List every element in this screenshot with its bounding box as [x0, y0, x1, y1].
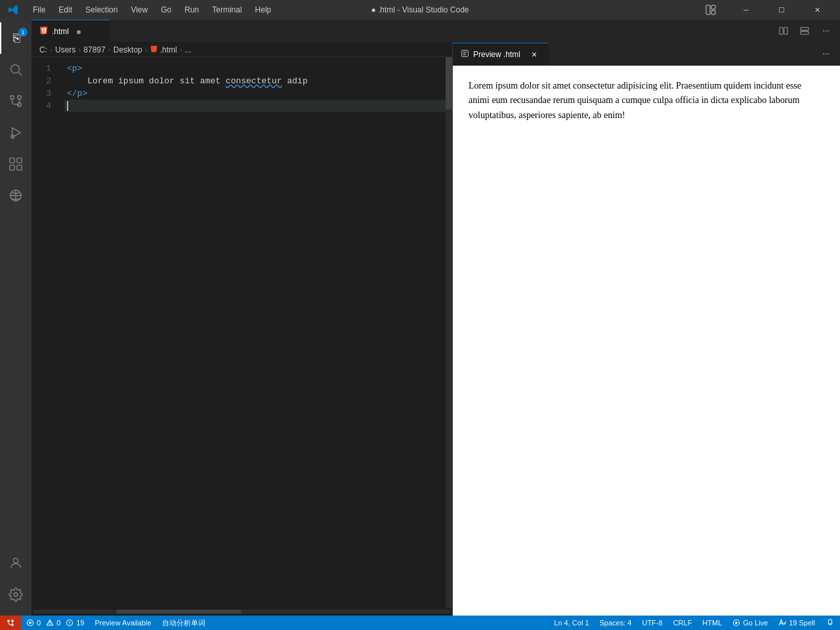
source-control-activity-icon[interactable] [0, 85, 32, 117]
errors-status[interactable]: 0 0 19 [21, 616, 90, 630]
breadcrumb-desktop[interactable]: Desktop [114, 45, 142, 54]
run-debug-activity-icon[interactable] [0, 117, 32, 148]
extensions-activity-icon[interactable] [0, 148, 32, 180]
cursor-position-status[interactable]: Ln 4, Col 1 [549, 616, 594, 630]
svg-rect-13 [10, 165, 14, 170]
breadcrumb-users[interactable]: Users [55, 45, 75, 54]
git-branch-status[interactable] [0, 616, 21, 630]
split-editor-area: C: › Users › 87897 › Desktop › .html › [32, 43, 840, 616]
preview-available-text: Preview Available [95, 619, 152, 627]
h-scrollbar-thumb[interactable] [116, 610, 242, 614]
code-line-4[interactable] [64, 100, 452, 112]
preview-text: Lorem ipsum dolor sit amet consectetur a… [469, 79, 824, 123]
window-controls: ─ ☐ ✕ [696, 0, 832, 20]
notifications-button[interactable] [820, 616, 840, 630]
breadcrumb-ellipsis[interactable]: ... [185, 45, 192, 54]
status-bar-right: Ln 4, Col 1 Spaces: 4 UTF-8 CRLF HTML Go… [549, 616, 840, 630]
preview-tab[interactable]: Preview .html × [453, 43, 549, 65]
preview-tab-actions: ··· [816, 43, 840, 65]
vertical-scrollbar[interactable] [446, 57, 452, 608]
preview-content: Lorem ipsum dolor sit amet consectetur a… [453, 66, 840, 616]
language-mode-status[interactable]: HTML [697, 616, 727, 630]
preview-pane: Preview .html × ··· Lorem ipsum dolor si… [453, 43, 840, 616]
line-ending-status[interactable]: CRLF [668, 616, 698, 630]
auto-analysis-text: 自动分析单词 [162, 618, 205, 628]
line-number-4: 4 [32, 100, 51, 112]
line-ending-text: CRLF [673, 619, 692, 627]
cursor-position-text: Ln 4, Col 1 [554, 619, 589, 627]
svg-point-36 [735, 621, 738, 624]
svg-marker-9 [12, 128, 21, 138]
line-number-2: 2 [32, 75, 51, 87]
svg-point-16 [14, 593, 18, 597]
explorer-activity-icon[interactable]: ⎘ 1 [0, 22, 32, 54]
preview-more-actions-button[interactable]: ··· [816, 45, 835, 63]
settings-activity-icon[interactable] [0, 579, 32, 610]
vertical-scrollbar-thumb[interactable] [446, 57, 452, 110]
status-bar-left: 0 0 19 Preview Available 自动分析单词 [0, 616, 211, 630]
editor-tab-bar: ​ .html ● [32, 20, 840, 43]
breadcrumb-html[interactable]: .html [150, 45, 177, 54]
search-activity-icon[interactable] [0, 54, 32, 85]
editor-area: ​ .html ● [32, 20, 840, 616]
h-scrollbar-track[interactable] [33, 610, 451, 614]
preview-tab-icon [461, 49, 469, 60]
svg-point-5 [10, 96, 14, 100]
code-lines[interactable]: <p> Lorem ipsum dolor sit amet consectet… [64, 57, 452, 608]
editor-layout-button[interactable] [795, 22, 814, 40]
go-live-text: Go Live [743, 619, 768, 627]
svg-point-15 [13, 558, 18, 563]
info-count: 19 [76, 619, 84, 627]
menu-go[interactable]: Go [156, 4, 177, 16]
go-live-status[interactable]: Go Live [727, 616, 773, 630]
code-content-area[interactable]: 1 2 3 4 <p> Lorem ipsum dolor sit amet c… [32, 57, 452, 608]
line-number-3: 3 [32, 87, 51, 100]
title-bar: File Edit Selection View Go Run Terminal… [0, 0, 840, 20]
accounts-activity-icon[interactable] [0, 547, 32, 579]
line-numbers: 1 2 3 4 [32, 57, 64, 608]
menu-bar: File Edit Selection View Go Run Terminal… [28, 4, 276, 16]
code-consectetur: consectetur [226, 76, 282, 86]
menu-run[interactable]: Run [179, 4, 204, 16]
html-editor-tab[interactable]: ​ .html ● [32, 20, 110, 42]
activity-bar-bottom [0, 547, 32, 616]
menu-terminal[interactable]: Terminal [207, 4, 247, 16]
window-title: ● .html - Visual Studio Code [371, 5, 469, 14]
minimize-button[interactable]: ─ [731, 0, 761, 20]
preview-tab-bar: Preview .html × ··· [453, 43, 840, 66]
more-actions-button[interactable]: ··· [816, 22, 835, 40]
title-bar-left: File Edit Selection View Go Run Terminal… [8, 4, 276, 16]
menu-edit[interactable]: Edit [53, 4, 77, 16]
menu-help[interactable]: Help [250, 4, 277, 16]
svg-point-7 [18, 96, 22, 100]
close-button[interactable]: ✕ [802, 0, 832, 20]
line-number-1: 1 [32, 62, 51, 75]
code-line-3[interactable]: </p> [64, 87, 452, 100]
indentation-status[interactable]: Spaces: 4 [595, 616, 637, 630]
code-editor-pane[interactable]: C: › Users › 87897 › Desktop › .html › [32, 43, 453, 616]
encoding-text: UTF-8 [642, 619, 662, 627]
code-line-2[interactable]: Lorem ipsum dolor sit amet consectetur a… [64, 75, 452, 87]
svg-rect-0 [706, 5, 710, 14]
auto-analysis-status[interactable]: 自动分析单词 [157, 616, 211, 630]
warning-count: 0 [56, 619, 60, 627]
spell-check-status[interactable]: 19 Spell [773, 616, 820, 630]
menu-view[interactable]: View [125, 4, 153, 16]
code-line-1[interactable]: <p> [64, 62, 452, 75]
split-editor-button[interactable] [774, 22, 793, 40]
breadcrumb-c[interactable]: C: [39, 45, 47, 54]
menu-file[interactable]: File [28, 4, 51, 16]
menu-selection[interactable]: Selection [80, 4, 123, 16]
preview-available-status[interactable]: Preview Available [90, 616, 157, 630]
maximize-button[interactable]: ☐ [766, 0, 797, 20]
breadcrumb: C: › Users › 87897 › Desktop › .html › [32, 43, 452, 57]
breadcrumb-87897[interactable]: 87897 [83, 45, 105, 54]
svg-point-3 [11, 65, 20, 74]
layout-button[interactable] [696, 0, 726, 20]
explorer-badge: 1 [18, 28, 28, 37]
preview-tab-close-button[interactable]: × [528, 49, 540, 60]
remote-explorer-activity-icon[interactable] [0, 180, 32, 211]
encoding-status[interactable]: UTF-8 [637, 616, 667, 630]
tab-close-button[interactable]: ● [73, 26, 85, 37]
horizontal-scrollbar[interactable] [32, 608, 452, 616]
